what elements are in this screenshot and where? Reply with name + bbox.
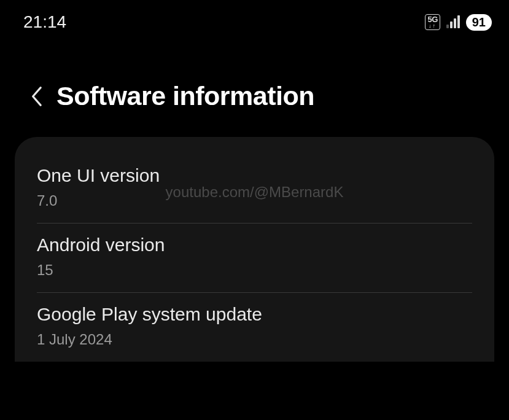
- battery-indicator: 91: [466, 14, 492, 31]
- status-right: 5G ↓↑ 91: [425, 14, 492, 31]
- list-item[interactable]: Android version 15: [37, 224, 472, 292]
- back-icon[interactable]: [29, 85, 43, 107]
- software-info-card: youtube.com/@MBernardK One UI version 7.…: [15, 137, 494, 362]
- status-bar: 21:14 5G ↓↑ 91: [0, 0, 509, 38]
- page-header: Software information: [0, 38, 509, 137]
- signal-strength-icon: [446, 16, 460, 28]
- list-item[interactable]: Google Play system update 1 July 2024: [37, 293, 472, 362]
- item-title: Android version: [37, 235, 472, 255]
- item-value: 1 July 2024: [37, 331, 472, 348]
- status-time: 21:14: [23, 12, 66, 32]
- network-5g-icon: 5G ↓↑: [425, 14, 440, 30]
- page-title: Software information: [56, 81, 314, 111]
- item-value: 15: [37, 262, 472, 279]
- item-title: Google Play system update: [37, 304, 472, 325]
- watermark-text: youtube.com/@MBernardK: [166, 184, 344, 201]
- item-title: One UI version: [37, 165, 472, 186]
